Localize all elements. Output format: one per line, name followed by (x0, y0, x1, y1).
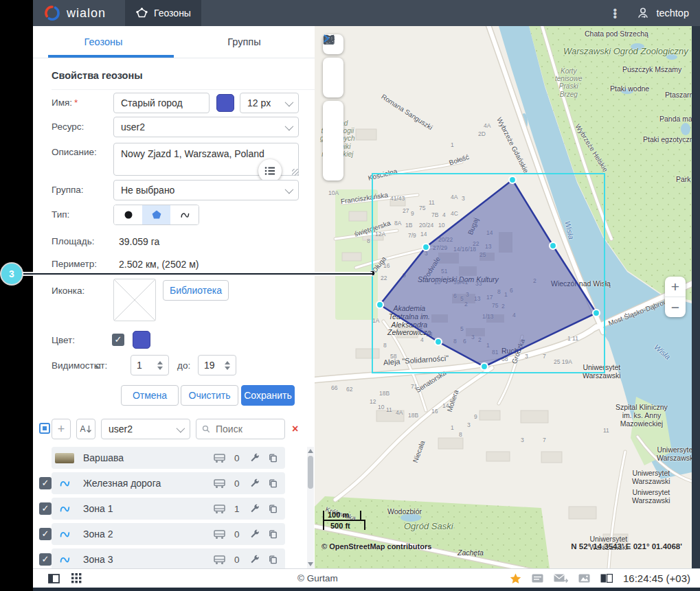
color-label: Цвет: (52, 335, 75, 345)
polyline-icon (58, 528, 71, 540)
toggle-panel-icon[interactable] (48, 573, 60, 583)
geozones-panel: Геозоны Группы Свойства геозоны Имя:* 12… (33, 26, 315, 568)
library-button[interactable]: Библиотека (163, 280, 229, 301)
map-source-button[interactable] (323, 78, 343, 97)
search-icon (202, 424, 210, 434)
wialon-logo: wialon (44, 5, 106, 21)
tab-geozones-topbar[interactable]: Геозоны (125, 0, 201, 26)
address-list-button[interactable] (258, 159, 282, 183)
edit-wrench-icon[interactable] (249, 529, 260, 540)
topbar: wialon Геозоны ••• techtop (33, 0, 700, 26)
from-label: от: (95, 360, 107, 371)
clear-button[interactable]: Очистить (181, 385, 238, 406)
expand-toolbar-button[interactable] (323, 161, 343, 181)
thickness-select[interactable]: 12 px (240, 93, 299, 113)
gurtam-copyright: © Gurtam (297, 573, 338, 583)
perimeter-value: 2.502 км, (2502 м) (119, 259, 199, 270)
chevron-down-icon (285, 121, 294, 130)
zoom-in-button[interactable]: + (665, 277, 686, 297)
map[interactable]: Chata pod StrzechąWarszawski Ogród Zoolo… (315, 26, 692, 568)
search-input[interactable] (214, 423, 279, 435)
favorites-star-icon[interactable] (510, 573, 521, 584)
save-button[interactable]: Сохранить (241, 385, 295, 406)
textarea-resize-handle[interactable] (292, 169, 299, 176)
type-line-option[interactable] (170, 205, 199, 224)
color-checkbox[interactable]: ✓ (112, 334, 124, 346)
stepper-arrows-icon[interactable] (157, 361, 163, 370)
reports-icon[interactable] (600, 574, 613, 583)
kebab-menu-icon[interactable]: ••• (609, 8, 621, 19)
copy-icon[interactable] (268, 529, 278, 540)
map-labels: Chata pod StrzechąWarszawski Ogród Zoolo… (315, 26, 692, 568)
visibility-to-stepper[interactable]: 19 (198, 355, 236, 375)
select-all-icon[interactable] (39, 423, 50, 434)
edit-wrench-icon[interactable] (249, 478, 260, 489)
row-body[interactable]: Зона 1 1 (52, 498, 285, 520)
row-checkbox[interactable]: ✓ (39, 553, 52, 566)
name-label: Имя:* (52, 97, 78, 108)
visibility-label: Видимость: (52, 360, 101, 371)
map-toolbar (323, 34, 343, 181)
geofence-thumbnail (55, 453, 74, 463)
resource-filter-select[interactable]: user2 (101, 419, 190, 439)
icon-preview-box[interactable] (113, 279, 156, 321)
unit-count-icon (213, 478, 226, 489)
zoom-control: + − (665, 277, 686, 317)
annotation-step-badge: 3 (1, 264, 22, 284)
apps-grid-icon[interactable] (71, 573, 82, 583)
sort-button[interactable]: A (76, 419, 95, 439)
annotation-leader-line (23, 273, 372, 275)
area-label: Площадь: (52, 236, 95, 246)
edit-wrench-icon[interactable] (249, 453, 260, 463)
track-route-button[interactable] (323, 121, 343, 141)
row-checkbox[interactable]: ✓ (39, 528, 52, 540)
nearest-units-button[interactable] (323, 141, 343, 161)
notes-icon[interactable] (532, 574, 543, 583)
close-search-button[interactable]: × (292, 423, 298, 435)
measure-distance-button[interactable] (323, 101, 343, 121)
row-body[interactable]: Железная дорога 0 (52, 472, 285, 494)
media-icon[interactable] (578, 574, 590, 583)
copy-icon[interactable] (268, 453, 278, 463)
cancel-button[interactable]: Отмена (121, 385, 179, 406)
arrow-down-icon (86, 425, 92, 433)
row-checkbox[interactable]: ✓ (39, 502, 52, 515)
edit-wrench-icon[interactable] (249, 504, 260, 514)
messages-icon[interactable] (554, 574, 568, 583)
user-icon (636, 6, 650, 20)
unit-count: 0 (234, 478, 241, 489)
user-menu[interactable]: techtop (636, 6, 689, 20)
copy-icon[interactable] (268, 555, 278, 565)
chevron-right-icon (323, 34, 330, 43)
polyline-icon (179, 209, 190, 220)
row-body[interactable]: Зона 3 0 (52, 548, 285, 568)
edit-wrench-icon[interactable] (249, 555, 260, 565)
area-value: 39.059 га (119, 236, 159, 247)
name-input[interactable] (113, 93, 210, 113)
zoom-out-button[interactable]: − (665, 297, 686, 317)
copy-icon[interactable] (268, 478, 278, 489)
add-geofence-button[interactable]: + (52, 419, 71, 439)
stepper-arrows-icon[interactable] (225, 361, 230, 370)
polyline-icon (58, 502, 71, 515)
row-checkbox[interactable]: ✓ (39, 477, 52, 489)
circle-icon (124, 210, 133, 220)
resource-select[interactable]: user2 (113, 117, 299, 137)
type-circle-option[interactable] (114, 205, 142, 224)
copy-icon[interactable] (268, 504, 278, 514)
tab-geozones[interactable]: Геозоны (33, 26, 174, 58)
line-color-swatch[interactable] (216, 94, 234, 112)
row-body[interactable]: Варшава 0 (52, 447, 285, 469)
scrollbar-thumb[interactable] (308, 456, 313, 489)
type-polygon-option[interactable] (142, 205, 170, 224)
fill-color-swatch[interactable] (133, 331, 150, 349)
map-attribution: © OpenStreetMap contributors (321, 542, 431, 551)
visibility-from-stepper[interactable]: 1 (131, 355, 169, 375)
polygon-icon (151, 209, 162, 220)
row-body[interactable]: Зона 2 0 (52, 523, 285, 545)
tab-groups[interactable]: Группы (174, 26, 315, 58)
list-scrollbar[interactable] (307, 447, 314, 568)
visibility-eye-button[interactable] (323, 58, 343, 78)
geofence-icon (135, 7, 148, 19)
group-select[interactable]: Не выбрано (113, 180, 299, 200)
